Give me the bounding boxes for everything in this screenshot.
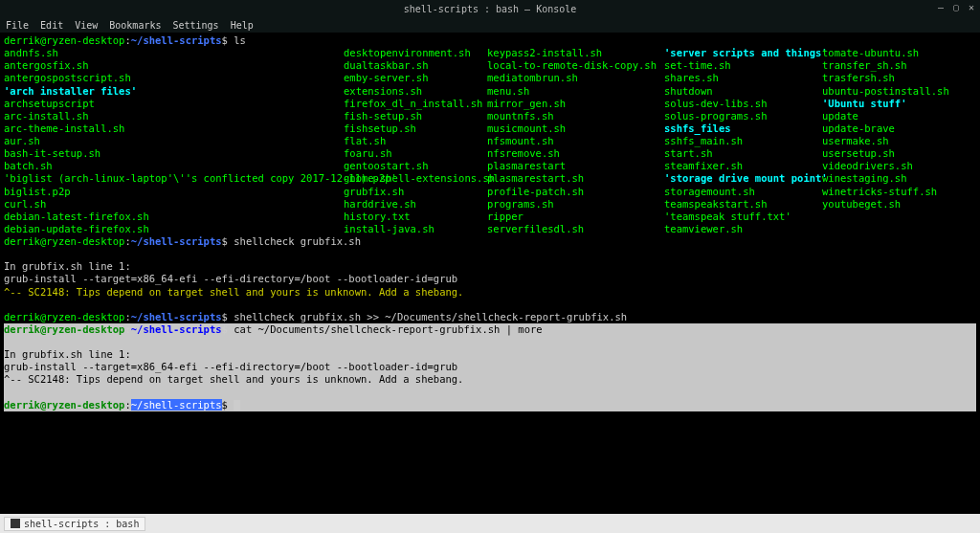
window-controls: — ▢ ✕ <box>936 2 976 11</box>
menu-settings[interactable]: Settings <box>172 20 218 31</box>
menu-help[interactable]: Help <box>231 20 254 31</box>
menu-file[interactable]: File <box>6 20 29 31</box>
taskbar-item-label: shell-scripts : bash <box>24 519 139 529</box>
menubar: File Edit View Bookmarks Settings Help <box>0 17 980 33</box>
close-icon[interactable]: ✕ <box>967 2 976 11</box>
minimize-icon[interactable]: — <box>936 2 946 11</box>
terminal-icon <box>11 519 20 528</box>
window-title: shell-scripts : bash — Konsole <box>404 4 577 14</box>
window-titlebar: shell-scripts : bash — Konsole — ▢ ✕ <box>0 0 980 17</box>
menu-edit[interactable]: Edit <box>40 20 63 31</box>
menu-bookmarks[interactable]: Bookmarks <box>109 20 161 31</box>
maximize-icon[interactable]: ▢ <box>951 2 961 11</box>
taskbar: shell-scripts : bash <box>0 514 980 533</box>
taskbar-item[interactable]: shell-scripts : bash <box>4 517 145 531</box>
menu-view[interactable]: View <box>75 20 98 31</box>
terminal-viewport[interactable]: derrik@ryzen-desktop:~/shell-scripts$ ls… <box>0 33 980 514</box>
